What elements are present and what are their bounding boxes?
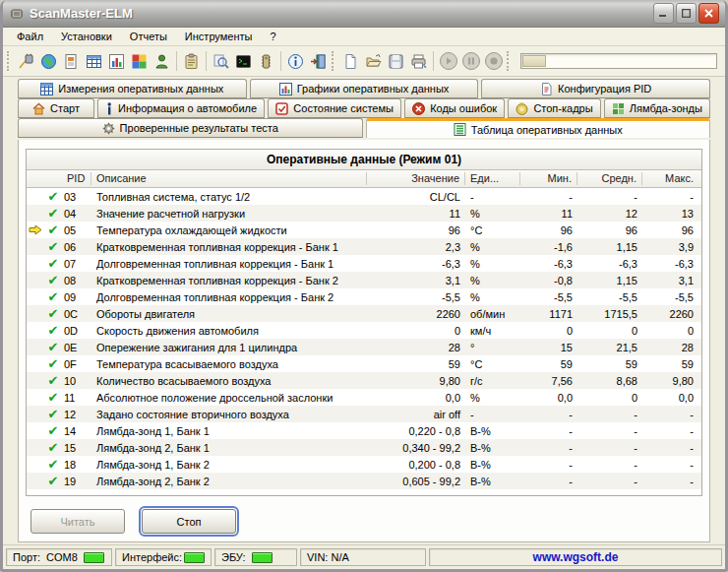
dashboard-icon[interactable]: [128, 50, 151, 73]
col-max[interactable]: Макс.: [642, 172, 701, 185]
cell-indicator: [27, 476, 44, 486]
tab-error-codes[interactable]: Коды ошибок: [404, 98, 505, 118]
cell-pid: 0F: [62, 358, 91, 370]
new-file-icon[interactable]: [339, 50, 362, 73]
cell-value: -6,3: [367, 258, 465, 270]
cell-description: Опережение зажигания для 1 цилиндра: [91, 342, 367, 353]
col-value[interactable]: Значение: [367, 172, 465, 185]
cell-min: 0: [520, 325, 577, 337]
table-row[interactable]: ✔ 0D Скорость движения автомобиля 0 км/ч…: [27, 322, 701, 339]
play-button[interactable]: [437, 50, 459, 73]
tab-system-status[interactable]: Состояние системы: [268, 98, 401, 118]
table-row[interactable]: ✔ 14 Лямбда-зонд 1, Банк 1 0,220 - 0,8 В…: [27, 422, 701, 439]
close-button[interactable]: [698, 3, 719, 24]
table-row[interactable]: ✔ 0C Обороты двигателя 2260 об/мин 1171 …: [27, 305, 701, 322]
terminal-icon[interactable]: [232, 50, 255, 73]
tab-live-data-measure[interactable]: Измерения оперативных данных: [18, 79, 247, 98]
table-row[interactable]: ✔ 15 Лямбда-зонд 2, Банк 1 0,340 - 99,2 …: [27, 439, 701, 456]
menu-item-file[interactable]: Файл: [9, 29, 51, 44]
tab-freeze-frames[interactable]: Стоп-кадры: [508, 98, 600, 118]
cell-max: 59: [642, 358, 701, 370]
tab-pid-config[interactable]: Конфигурация PID: [481, 79, 710, 98]
cell-max: 13: [642, 208, 701, 220]
menu-item-help[interactable]: ?: [262, 29, 283, 44]
cell-max: 9,80: [642, 375, 701, 387]
report-clipboard-icon[interactable]: [180, 50, 203, 73]
minimize-button[interactable]: [653, 3, 674, 24]
about-info-icon[interactable]: [284, 50, 307, 73]
toolbar-gripper: [332, 51, 335, 71]
cell-pid: 07: [62, 258, 91, 270]
table-row[interactable]: ✔ 19 Лямбда-зонд 2, Банк 2 0,605 - 99,2 …: [27, 473, 701, 489]
live-data-graph-icon[interactable]: [105, 50, 128, 73]
open-file-icon[interactable]: [362, 50, 385, 73]
connect-icon[interactable]: [15, 50, 37, 73]
save-file-icon[interactable]: [385, 50, 407, 73]
cell-max: 3,1: [642, 275, 701, 286]
exit-door-icon[interactable]: [307, 50, 330, 73]
tab-vehicle-info[interactable]: Информация о автомобиле: [97, 98, 265, 118]
tab-live-data-table[interactable]: Таблица оперативных данных: [366, 118, 711, 138]
cell-value: 11: [367, 208, 465, 220]
col-pid[interactable]: PID: [62, 172, 91, 185]
col-description[interactable]: Описание: [91, 172, 367, 185]
cell-avg: -: [577, 442, 642, 454]
cell-description: Задано состояние вторичного воздуха: [91, 409, 367, 420]
cell-value: air off: [367, 409, 465, 420]
dtc-search-icon[interactable]: [210, 50, 232, 73]
tab-tested-results[interactable]: Проверенные результаты теста: [18, 118, 363, 138]
cell-value: 0,0: [367, 392, 465, 404]
cell-value: 9,80: [367, 375, 465, 387]
chip-icon[interactable]: [255, 50, 277, 73]
tab-label: Старт: [50, 102, 80, 114]
pause-button[interactable]: [459, 50, 482, 73]
cell-avg: 21,5: [577, 342, 642, 353]
vehicle-info-icon[interactable]: [60, 50, 83, 73]
col-avg[interactable]: Средн.: [577, 172, 642, 185]
table-row[interactable]: ✔ 05 Температура охлаждающей жидкости 96…: [27, 222, 701, 238]
tab-lambda-sensors[interactable]: Лямбда-зонды: [604, 98, 710, 118]
col-min[interactable]: Мин.: [520, 172, 577, 185]
cell-avg: 96: [577, 224, 642, 236]
cell-indicator: [27, 325, 44, 336]
table-row[interactable]: ✔ 04 Значение расчетной нагрузки 11 % 11…: [27, 205, 701, 222]
table-row[interactable]: ✔ 11 Абсолютное положение дроссельной за…: [27, 389, 701, 406]
cell-unit: °C: [465, 358, 520, 370]
table-row[interactable]: ✔ 06 Кратковременная топливная коррекция…: [27, 238, 701, 255]
supported-check-icon: ✔: [44, 355, 62, 372]
col-unit[interactable]: Еди...: [465, 172, 520, 185]
cell-min: 59: [520, 358, 577, 370]
print-icon[interactable]: [407, 50, 430, 73]
checkbox-icon: [275, 102, 288, 115]
supported-check-icon: ✔: [44, 222, 62, 238]
menu-item-settings[interactable]: Установки: [53, 29, 120, 44]
live-data-grid-icon[interactable]: [83, 50, 105, 73]
read-button[interactable]: Читать: [30, 509, 125, 534]
table-row[interactable]: ✔ 03 Топливная система, статус 1/2 CL/CL…: [27, 188, 701, 205]
tab-start[interactable]: Старт: [18, 98, 94, 118]
cell-unit: -: [465, 409, 520, 420]
port-label: Порт:: [13, 551, 40, 563]
menu-item-tools[interactable]: Инструменты: [177, 29, 261, 44]
cell-unit: В-%: [465, 476, 520, 487]
table-row[interactable]: ✔ 07 Долговременная топливная коррекция …: [27, 255, 701, 272]
table-row[interactable]: ✔ 10 Количество всасываемого воздуха 9,8…: [27, 372, 701, 389]
cell-indicator: [27, 291, 44, 302]
table-row[interactable]: ✔ 09 Долговременная топливная коррекция …: [27, 288, 701, 305]
cell-min: 96: [520, 224, 577, 236]
tab-label: Состояние системы: [293, 102, 394, 114]
web-icon[interactable]: [37, 50, 60, 73]
table-row[interactable]: ✔ 0E Опережение зажигания для 1 цилиндра…: [27, 339, 701, 355]
table-row[interactable]: ✔ 0F Температура всасываемого воздуха 59…: [27, 355, 701, 372]
menu-item-reports[interactable]: Отчеты: [122, 29, 175, 44]
table-row[interactable]: ✔ 18 Лямбда-зонд 1, Банк 2 0,200 - 0,8 В…: [27, 456, 701, 473]
tab-live-data-graphs[interactable]: Графики оперативных данных: [250, 79, 479, 98]
tab-label: Информация о автомобиле: [118, 102, 257, 114]
user-icon[interactable]: [151, 50, 173, 73]
maximize-button[interactable]: [676, 3, 697, 24]
stop-round-button[interactable]: [482, 50, 505, 73]
stop-button[interactable]: Стоп: [142, 509, 236, 534]
table-row[interactable]: ✔ 08 Кратковременная топливная коррекция…: [27, 272, 701, 288]
table-row[interactable]: ✔ 12 Задано состояние вторичного воздуха…: [27, 406, 701, 422]
website-link[interactable]: www.wgsoft.de: [533, 550, 619, 564]
